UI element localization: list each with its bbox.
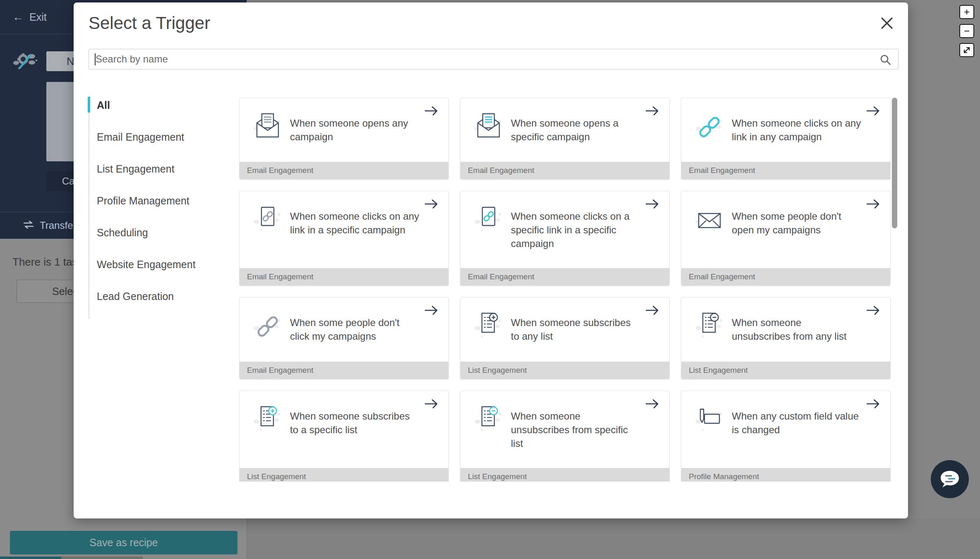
- arrow-right-icon: [866, 106, 880, 118]
- fit-screen-button[interactable]: [959, 43, 974, 57]
- trigger-card-category: Email Engagement: [240, 162, 448, 179]
- save-as-recipe-button[interactable]: Save as recipe: [10, 531, 237, 554]
- document-link-teal-icon: [472, 204, 505, 237]
- trigger-card-category: Email Engagement: [460, 162, 669, 179]
- back-arrow-icon: ←: [12, 12, 24, 23]
- search-icon[interactable]: [879, 53, 891, 67]
- chat-icon: [938, 468, 961, 490]
- trigger-card-title: When some people don't click my campaign…: [290, 316, 420, 343]
- bottom-gray-strip: [61, 557, 143, 559]
- trigger-card[interactable]: When some people don't click my campaign…: [239, 297, 449, 379]
- trigger-card-title: When someone clicks on a specific link i…: [511, 209, 641, 250]
- trigger-card-category: Email Engagement: [681, 162, 890, 179]
- arrow-right-icon: [645, 106, 659, 118]
- category-item-website-engagement[interactable]: Website Engagement: [89, 255, 208, 287]
- trigger-card-title: When any custom field value is changed: [732, 409, 862, 437]
- trigger-card-title: When someone unsubscribes from any list: [732, 316, 862, 343]
- screen: ← Exit New Cancel: [0, 0, 980, 559]
- trigger-card[interactable]: When someone subscribes to any listList …: [460, 297, 670, 379]
- trigger-card-title: When someone opens any campaign: [290, 116, 420, 144]
- trigger-card[interactable]: When someone opens any campaignEmail Eng…: [239, 98, 449, 180]
- trigger-card[interactable]: When someone clicks on a specific link i…: [460, 191, 670, 286]
- arrow-right-icon: [424, 199, 438, 211]
- trigger-card-category: Profile Management: [681, 468, 890, 482]
- scrollbar-thumb[interactable]: [892, 98, 897, 228]
- category-item-all[interactable]: All: [89, 96, 208, 128]
- mail-open-icon: [251, 110, 284, 144]
- trigger-card-title: When someone subscribes to a specific li…: [290, 409, 420, 437]
- mail-closed-icon: [693, 204, 726, 237]
- chat-widget-button[interactable]: [931, 460, 969, 498]
- trigger-card-category: Email Engagement: [240, 362, 448, 379]
- zoom-in-button[interactable]: +: [959, 5, 974, 19]
- trigger-card[interactable]: When someone unsubscribes from any listL…: [681, 297, 891, 379]
- canvas-zoom-controls: + −: [959, 5, 974, 57]
- arrow-right-icon: [645, 305, 659, 317]
- category-item-list-engagement[interactable]: List Engagement: [89, 160, 208, 192]
- list-remove-teal-icon: [472, 403, 505, 437]
- transfer-label: Transfer: [40, 220, 76, 231]
- trigger-card[interactable]: When someone opens a specific campaignEm…: [460, 98, 670, 180]
- category-item-profile-management[interactable]: Profile Management: [89, 192, 208, 223]
- arrow-right-icon: [645, 199, 659, 211]
- arrow-right-icon: [866, 398, 880, 411]
- search-box: [89, 49, 899, 70]
- trigger-card[interactable]: When someone subscribes to a specific li…: [239, 391, 449, 482]
- link-teal-icon: [693, 110, 726, 144]
- trigger-card-title: When someone clicks on any link in any c…: [732, 116, 862, 144]
- list-add-teal-icon: [251, 403, 284, 437]
- trigger-card[interactable]: When someone clicks on any link in any c…: [681, 98, 891, 180]
- list-remove-icon: [693, 310, 726, 343]
- modal-title: Select a Trigger: [89, 13, 210, 33]
- link-gray-icon: [251, 310, 284, 343]
- exit-button[interactable]: ← Exit: [12, 11, 47, 23]
- trigger-card-category: List Engagement: [460, 468, 669, 482]
- trigger-card[interactable]: When someone clicks on any link in a spe…: [239, 191, 449, 286]
- arrow-right-icon: [424, 398, 438, 411]
- trigger-grid: When someone opens any campaignEmail Eng…: [239, 98, 891, 482]
- arrow-right-icon: [866, 305, 880, 317]
- custom-field-icon: [693, 403, 726, 437]
- search-input[interactable]: [89, 49, 898, 69]
- category-list: AllEmail EngagementList EngagementProfil…: [89, 96, 208, 319]
- trigger-card-category: List Engagement: [681, 362, 890, 379]
- trigger-card-title: When some people don't open my campaigns: [732, 209, 862, 237]
- trigger-card-category: List Engagement: [460, 362, 669, 379]
- trigger-card-title: When someone unsubscribes from specific …: [511, 409, 641, 450]
- arrow-right-icon: [424, 305, 438, 317]
- category-item-scheduling[interactable]: Scheduling: [89, 223, 208, 255]
- mail-open-teal-icon: [472, 110, 505, 144]
- trigger-card-title: When someone subscribes to any list: [511, 316, 641, 343]
- list-add-icon: [472, 310, 505, 343]
- transfer-arrows-icon: [23, 220, 34, 231]
- trigger-card-category: List Engagement: [240, 468, 448, 482]
- exit-label: Exit: [29, 11, 47, 23]
- workflow-canvas: [247, 518, 980, 559]
- trigger-card-title: When someone clicks on any link in a spe…: [290, 209, 420, 237]
- automation-logo-icon: [12, 49, 39, 74]
- close-icon[interactable]: [880, 17, 894, 31]
- trigger-card-title: When someone opens a specific campaign: [511, 116, 641, 144]
- document-link-icon: [251, 204, 284, 237]
- text-caret: [95, 53, 96, 65]
- category-item-email-engagement[interactable]: Email Engagement: [89, 128, 208, 160]
- trigger-card[interactable]: When any custom field value is changedPr…: [681, 391, 891, 482]
- category-item-lead-generation[interactable]: Lead Generation: [89, 287, 208, 319]
- zoom-out-button[interactable]: −: [959, 24, 974, 38]
- select-trigger-modal: Select a Trigger AllEmail EngagementList…: [74, 2, 908, 518]
- trigger-card-category: Email Engagement: [240, 268, 448, 285]
- arrow-right-icon: [424, 106, 438, 118]
- trigger-card[interactable]: When some people don't open my campaigns…: [681, 191, 891, 286]
- bottom-teal-strip: [0, 557, 61, 559]
- arrow-right-icon: [645, 398, 659, 411]
- arrow-right-icon: [866, 199, 880, 211]
- task-status-text: There is 1 tas: [12, 256, 78, 269]
- trigger-card[interactable]: When someone unsubscribes from specific …: [460, 391, 670, 482]
- trigger-card-category: Email Engagement: [681, 268, 890, 285]
- trigger-card-category: Email Engagement: [460, 268, 669, 285]
